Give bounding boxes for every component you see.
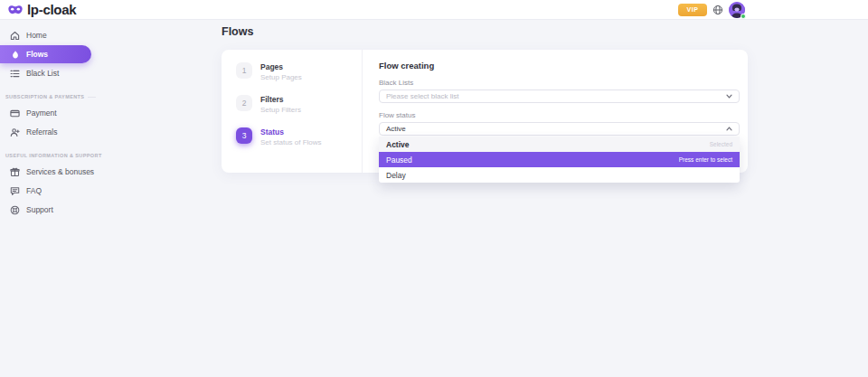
sidebar-section-subscription: SUBSCRIPTION & PAYMENTS [0, 92, 99, 101]
sidebar-item-label: Referrals [26, 127, 57, 137]
sidebar-item-services-bonuses[interactable]: Services & bonuses [0, 163, 99, 181]
step-title: Status [260, 128, 322, 137]
option-hint: Press enter to select [679, 156, 732, 163]
logo-mask-icon [7, 4, 24, 15]
logo[interactable]: lp-cloak [7, 2, 76, 17]
flow-status-value: Active [386, 125, 406, 133]
faq-icon [10, 186, 20, 196]
services-gift-icon [10, 167, 20, 177]
option-label: Paused [386, 156, 412, 165]
sidebar-section-title: USEFUL INFORMATION & SUPPORT [5, 153, 102, 158]
sidebar-item-flows[interactable]: Flows [0, 45, 91, 63]
step-subtitle: Setup Filters [260, 106, 301, 114]
option-label: Delay [386, 171, 406, 180]
step-title: Filters [260, 96, 301, 104]
flows-icon [10, 50, 20, 60]
vip-button[interactable]: VIP [678, 4, 707, 16]
sidebar-item-label: Home [26, 31, 47, 40]
step-number: 1 [236, 62, 252, 79]
top-bar-actions: VIP [678, 2, 745, 18]
support-lifebuoy-icon [10, 205, 20, 215]
language-globe-icon[interactable] [712, 5, 723, 15]
payment-card-icon [10, 108, 20, 118]
home-icon [10, 31, 20, 41]
step-title: Pages [260, 63, 302, 71]
flow-status-label: Flow status [379, 111, 740, 119]
chevron-up-icon [726, 127, 732, 131]
dropdown-option-active[interactable]: Active Selected [379, 137, 740, 152]
flow-creating-card: 1 Pages Setup Pages 2 Filters Setup Filt… [222, 50, 748, 173]
main-content: Flows 1 Pages Setup Pages 2 Filters Setu… [222, 20, 748, 173]
step-pages[interactable]: 1 Pages Setup Pages [236, 62, 362, 81]
black-lists-label: Black Lists [379, 79, 740, 87]
section-divider [88, 97, 96, 98]
sidebar-item-label: Services & bonuses [26, 167, 94, 176]
logo-text: lp-cloak [27, 2, 76, 17]
black-list-icon [10, 69, 20, 79]
step-status[interactable]: 3 Status Set status of Flows [236, 127, 362, 146]
sidebar-item-label: Payment [26, 108, 57, 118]
sidebar-item-referrals[interactable]: Referrals [0, 123, 99, 141]
sidebar-item-black-list[interactable]: Black List [0, 64, 99, 82]
online-status-dot [741, 14, 746, 19]
step-number: 2 [236, 95, 252, 111]
wizard-steps: 1 Pages Setup Pages 2 Filters Setup Filt… [222, 50, 363, 173]
sidebar-item-label: Flows [26, 50, 48, 59]
flow-status-select-wrap: Active Active Selected Paused Press e [379, 122, 740, 136]
sidebar-section-support: USEFUL INFORMATION & SUPPORT [0, 151, 99, 160]
option-label: Active [386, 140, 410, 149]
sidebar-item-payment[interactable]: Payment [0, 104, 99, 122]
dropdown-option-delay[interactable]: Delay [379, 167, 740, 183]
sidebar-item-support[interactable]: Support [0, 201, 99, 219]
option-hint: Selected [710, 141, 732, 147]
sidebar-item-faq[interactable]: FAQ [0, 182, 99, 200]
chevron-down-icon [726, 94, 732, 99]
user-avatar[interactable] [729, 2, 745, 18]
black-lists-placeholder: Please select black list [386, 92, 458, 100]
top-bar: lp-cloak VIP [0, 0, 868, 20]
sidebar-section-title: SUBSCRIPTION & PAYMENTS [5, 94, 84, 99]
step-subtitle: Setup Pages [260, 73, 302, 81]
flow-status-dropdown: Active Selected Paused Press enter to se… [379, 137, 740, 183]
sidebar-item-label: FAQ [26, 186, 42, 195]
flow-status-select[interactable]: Active [379, 122, 740, 136]
form-title: Flow creating [379, 61, 740, 71]
step-filters[interactable]: 2 Filters Setup Filters [236, 95, 362, 114]
referrals-icon [10, 127, 20, 137]
sidebar-item-label: Black List [26, 69, 59, 78]
page-title: Flows [222, 25, 748, 38]
flow-creating-form: Flow creating Black Lists Please select … [363, 50, 748, 173]
sidebar-item-label: Support [26, 205, 53, 214]
step-subtitle: Set status of Flows [260, 138, 322, 146]
sidebar-item-home[interactable]: Home [0, 26, 99, 44]
black-lists-select[interactable]: Please select black list [379, 90, 740, 103]
dropdown-option-paused[interactable]: Paused Press enter to select [379, 152, 740, 167]
step-number: 3 [236, 127, 252, 144]
sidebar: Home Flows Black List SUBSCRIPTION & PAY… [0, 20, 99, 219]
